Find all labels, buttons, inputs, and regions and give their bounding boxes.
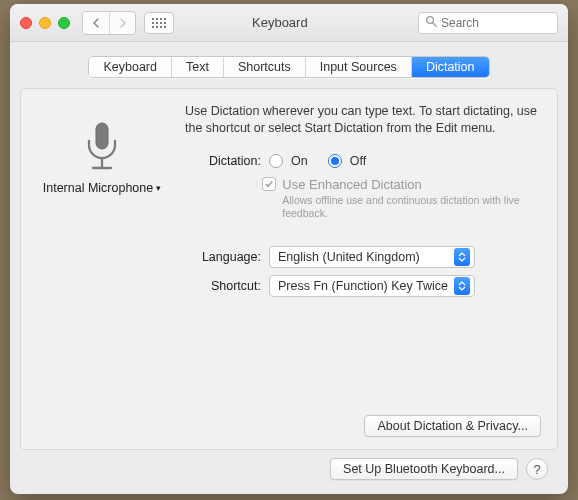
search-input[interactable] [441,16,551,30]
dictation-off-label: Off [350,154,366,168]
titlebar: Keyboard [10,4,568,42]
about-dictation-button[interactable]: About Dictation & Privacy... [364,415,541,437]
dictation-toggle-row: Dictation: On Off [185,154,541,168]
tab-shortcuts[interactable]: Shortcuts [223,57,305,77]
enhanced-hint: Allows offline use and continuous dictat… [282,194,541,220]
stepper-arrows-icon [454,277,470,295]
microphone-column: Internal Microphone ▾ [37,103,167,439]
dictation-on-label: On [291,154,308,168]
help-button[interactable]: ? [526,458,548,480]
grid-icon [152,18,166,28]
settings-column: Use Dictation wherever you can type text… [185,103,541,439]
dictation-panel: Internal Microphone ▾ Use Dictation wher… [20,88,558,450]
show-all-button[interactable] [144,12,174,34]
preferences-window: Keyboard Keyboard Text Shortcuts Input S… [10,4,568,494]
search-field[interactable] [418,12,558,34]
shortcut-select[interactable]: Press Fn (Function) Key Twice [269,275,475,297]
close-icon[interactable] [20,17,32,29]
language-label: Language: [185,250,261,264]
chevron-down-icon: ▾ [156,183,161,193]
zoom-icon[interactable] [58,17,70,29]
minimize-icon[interactable] [39,17,51,29]
dictation-on-radio[interactable] [269,154,283,168]
svg-point-0 [427,17,434,24]
microphone-label: Internal Microphone [43,181,153,195]
dictation-off-radio[interactable] [328,154,342,168]
language-row: Language: English (United Kingdom) [185,246,541,268]
microphone-selector[interactable]: Internal Microphone ▾ [43,181,161,195]
shortcut-row: Shortcut: Press Fn (Function) Key Twice [185,275,541,297]
dictation-label: Dictation: [185,154,261,168]
bluetooth-keyboard-button[interactable]: Set Up Bluetooth Keyboard... [330,458,518,480]
back-button[interactable] [83,12,109,34]
enhanced-label: Use Enhanced Dictation [282,177,421,192]
svg-rect-2 [96,123,108,149]
window-body: Keyboard Text Shortcuts Input Sources Di… [10,42,568,494]
dictation-intro: Use Dictation wherever you can type text… [185,103,541,137]
tab-input-sources[interactable]: Input Sources [305,57,411,77]
forward-button[interactable] [109,12,135,34]
language-value: English (United Kingdom) [278,250,420,264]
search-icon [425,15,437,30]
footer: Set Up Bluetooth Keyboard... ? [20,450,558,484]
tab-keyboard[interactable]: Keyboard [89,57,171,77]
svg-line-1 [433,23,436,26]
about-row: About Dictation & Privacy... [364,415,541,437]
window-title: Keyboard [252,15,308,30]
enhanced-row: Use Enhanced Dictation Allows offline us… [185,177,541,220]
window-controls [20,17,70,29]
enhanced-checkbox[interactable] [262,177,276,191]
shortcut-value: Press Fn (Function) Key Twice [278,279,448,293]
nav-buttons [82,11,136,35]
tab-text[interactable]: Text [171,57,223,77]
tab-dictation[interactable]: Dictation [411,57,489,77]
tab-bar: Keyboard Text Shortcuts Input Sources Di… [88,56,489,78]
stepper-arrows-icon [454,248,470,266]
language-select[interactable]: English (United Kingdom) [269,246,475,268]
shortcut-label: Shortcut: [185,279,261,293]
microphone-icon [79,119,125,175]
